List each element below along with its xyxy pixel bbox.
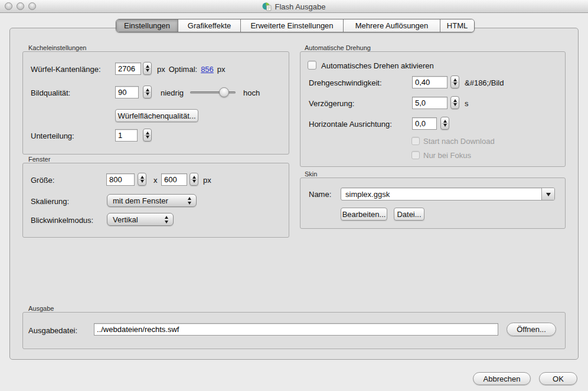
image-quality-stepper[interactable] [143,86,152,98]
skin-name-label: Name: [309,190,331,199]
edge-length-label: Würfel-Kantenlänge: [31,65,101,74]
tab-erweiterte-einstellungen[interactable]: Erweiterte Einstellungen [240,19,343,32]
title-bar: Flash Ausgabe [0,0,588,13]
window-width-stepper[interactable] [138,173,146,186]
skin-name-combobox[interactable]: simplex.ggsk [341,188,555,201]
delay-stepper[interactable] [450,96,459,109]
rotation-speed-label: Drehgeschwindigkeit: [309,78,382,87]
output-file-input[interactable] [94,323,498,336]
focus-only-checkbox [411,151,420,159]
auto-rotate-checkbox[interactable] [308,61,316,70]
rotation-speed-unit: &#186;/Bild [465,78,504,87]
group-title-skin: Skin [305,170,317,178]
size-unit-label: px [203,176,211,185]
optimal-label: Optimal: [169,65,197,74]
rotation-speed-input[interactable] [412,76,447,88]
window-height-stepper[interactable] [190,173,198,186]
slider-low-label: niedrig [161,88,184,97]
open-button[interactable]: Öffnen... [507,323,556,336]
quality-slider-thumb[interactable] [219,87,229,97]
up-down-arrows-icon [188,195,191,206]
edge-length-input[interactable] [115,63,141,75]
window-height-input[interactable] [161,173,187,186]
up-down-arrows-icon [165,213,168,225]
flash-output-dialog: Flash Ausgabe Einstellungen Grafikeffekt… [0,0,588,391]
optimal-size-link[interactable]: 856 [201,65,214,74]
skin-edit-button[interactable]: Bearbeiten... [341,208,387,221]
cube-face-quality-button[interactable]: Würfelflächenqualität... [115,109,198,122]
delay-input[interactable] [412,97,447,109]
view-mode-label: Blickwinkelmodus: [31,216,93,225]
tab-mehrere-aufloesungen[interactable]: Mehrere Auflösungen [343,19,440,32]
auto-rotate-label: Automatisches Drehen aktivieren [321,61,434,70]
app-icon [262,2,272,11]
skin-name-value: simplex.ggsk [345,190,390,199]
tab-einstellungen[interactable]: Einstellungen [116,19,178,32]
start-after-download-label: Start nach Download [423,137,495,146]
subdivision-input[interactable] [115,129,138,142]
skin-file-button[interactable]: Datei... [394,208,424,221]
scaling-selected-value: mit dem Fenster [113,196,168,205]
tab-bar: Einstellungen Grafikeffekte Erweiterte E… [116,19,475,32]
subdivision-label: Unterteilung: [31,132,74,140]
size-label: Größe: [31,176,54,185]
start-after-download-checkbox [411,137,420,145]
horizontal-alignment-stepper[interactable] [440,117,449,130]
optimal-unit: px [217,65,226,74]
edge-unit: px [157,65,165,74]
tab-html[interactable]: HTML [440,19,474,32]
scaling-label: Skalierung: [31,197,69,206]
group-title-ausgabe: Ausgabe [28,305,54,312]
tab-grafikeffekte[interactable]: Grafikeffekte [178,19,240,32]
slider-high-label: hoch [243,88,260,97]
dropdown-arrow-icon[interactable] [541,188,554,200]
focus-only-label: Nur bei Fokus [423,151,471,160]
group-title-kacheleinstellungen: Kacheleinstellungen [28,44,86,51]
title-area: Flash Ausgabe [0,0,588,13]
size-times-label: x [153,176,158,185]
delay-label: Verzögerung: [309,99,354,108]
edge-length-units: px Optimal: 856 px [157,65,226,74]
group-title-automatische-drehung: Automatische Drehung [305,44,371,51]
scaling-select[interactable]: mit dem Fenster [107,194,197,207]
view-mode-select[interactable]: Vertikal [107,213,174,226]
horizontal-alignment-label: Horizontale Ausrichtung: [309,120,392,129]
output-file-label: Ausgabedatei: [28,326,77,335]
subdivision-stepper[interactable] [143,129,152,142]
image-quality-input[interactable] [115,86,139,98]
delay-unit: s [465,99,469,108]
view-mode-selected-value: Vertikal [113,215,138,224]
horizontal-alignment-input[interactable] [412,117,437,130]
edge-length-stepper[interactable] [143,62,152,75]
window-width-input[interactable] [106,173,135,186]
group-title-fenster: Fenster [28,156,50,163]
image-quality-label: Bildqualität: [31,88,70,97]
window-title: Flash Ausgabe [275,2,325,11]
group-box-skin [300,178,566,229]
rotation-speed-stepper[interactable] [450,75,459,88]
ok-button[interactable]: OK [539,372,577,385]
cancel-button[interactable]: Abbrechen [473,372,531,385]
